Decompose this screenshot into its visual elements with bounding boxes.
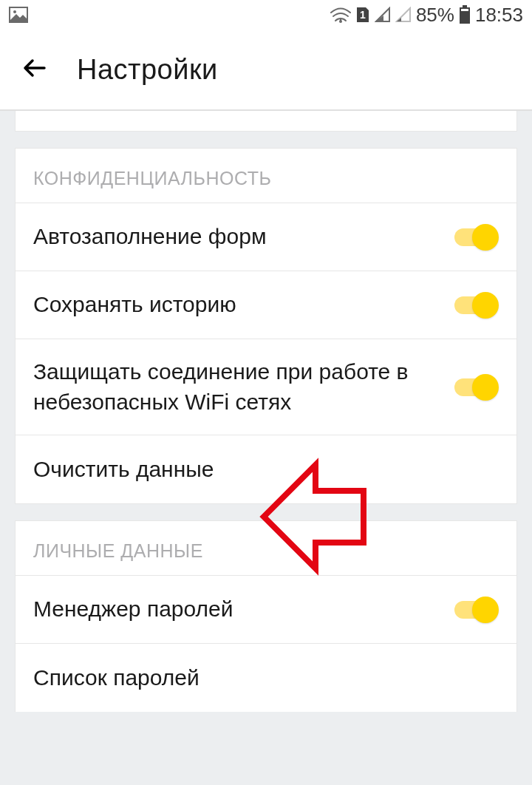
section-header-privacy: КОНФИДЕНЦИАЛЬНОСТЬ <box>16 149 516 203</box>
picture-icon <box>9 7 28 23</box>
row-password-list[interactable]: Список паролей <box>16 644 516 712</box>
svg-rect-4 <box>463 5 467 7</box>
wifi-icon <box>330 7 351 23</box>
arrow-left-icon <box>21 55 47 81</box>
row-autofill[interactable]: Автозаполнение форм <box>16 203 516 271</box>
toggle-password-manager[interactable] <box>451 597 499 623</box>
app-bar: Настройки <box>0 30 532 111</box>
row-label: Список паролей <box>33 663 499 693</box>
svg-rect-6 <box>461 9 468 11</box>
svg-text:1: 1 <box>360 9 366 21</box>
status-bar: 1 85% 18:53 <box>0 0 532 30</box>
section-header-personal: ЛИЧНЫЕ ДАННЫЕ <box>16 521 516 576</box>
row-label: Автозаполнение форм <box>33 222 451 252</box>
signal1-icon <box>375 7 391 23</box>
toggle-autofill[interactable] <box>451 224 499 251</box>
card-fragment <box>15 111 517 132</box>
svg-point-2 <box>339 20 342 23</box>
row-protect-wifi[interactable]: Защищать соединение при работе в небезоп… <box>16 339 516 435</box>
page-title: Настройки <box>77 54 218 86</box>
clock-time: 18:53 <box>475 4 523 27</box>
personal-section: ЛИЧНЫЕ ДАННЫЕ Менеджер паролей Список па… <box>15 520 517 712</box>
signal2-icon <box>395 7 412 23</box>
svg-point-1 <box>13 10 16 13</box>
row-clear-data[interactable]: Очистить данные <box>16 435 516 503</box>
row-label: Защищать соединение при работе в небезоп… <box>33 357 451 417</box>
battery-percent: 85% <box>416 4 454 27</box>
row-label: Менеджер паролей <box>33 594 451 625</box>
toggle-save-history[interactable] <box>451 292 499 319</box>
privacy-section: КОНФИДЕНЦИАЛЬНОСТЬ Автозаполнение форм С… <box>15 148 517 504</box>
row-label: Очистить данные <box>33 455 499 485</box>
sim-icon: 1 <box>355 6 370 24</box>
battery-icon <box>459 5 471 24</box>
back-button[interactable] <box>21 55 47 84</box>
row-password-manager[interactable]: Менеджер паролей <box>16 576 516 644</box>
row-save-history[interactable]: Сохранять историю <box>16 271 516 339</box>
toggle-protect-wifi[interactable] <box>451 374 499 401</box>
row-label: Сохранять историю <box>33 290 451 320</box>
